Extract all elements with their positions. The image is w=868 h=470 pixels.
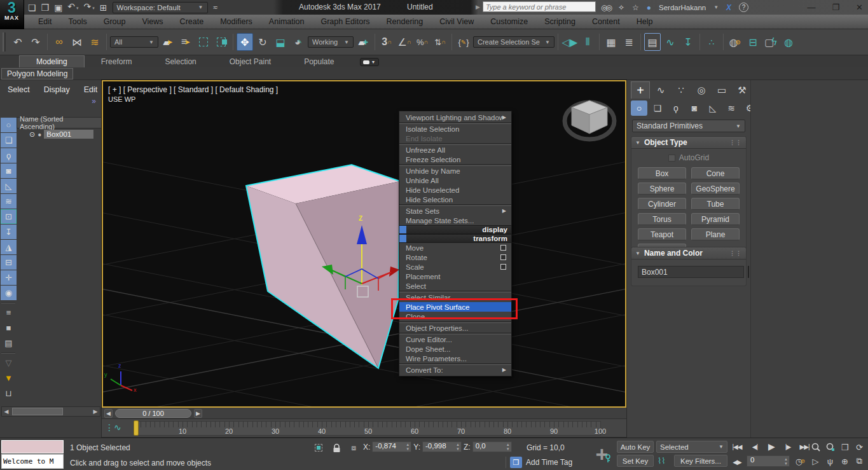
reference-coordinate-dropdown[interactable]: Working ▼ <box>308 36 354 48</box>
menu-animation[interactable]: Animation <box>269 17 305 26</box>
orbit-point-of-interest-icon[interactable]: ⟳ <box>853 441 866 453</box>
menu-item-object-properties[interactable]: Object Properties... <box>399 323 511 333</box>
user-avatar-icon[interactable]: ● <box>647 3 651 12</box>
named-selection-set-dropdown[interactable]: Create Selection Se ▼ <box>473 36 555 48</box>
explorer-menu-display[interactable]: Display <box>44 85 70 94</box>
viewport-label[interactable]: [ + ] [ Perspective ] [ Standard ] [ Def… <box>108 85 278 94</box>
display-cameras-icon[interactable]: ◙ <box>1 163 17 178</box>
cone-button[interactable]: Cone <box>691 167 740 179</box>
settings-box-icon[interactable] <box>500 245 506 251</box>
menu-item-viewport-lighting-and-shadows[interactable]: Viewport Lighting and Shadows▶ <box>399 113 511 122</box>
selection-filter-dropdown[interactable]: All ▼ <box>110 36 158 48</box>
ribbon-tab-freeform[interactable]: Freeform <box>85 56 149 67</box>
select-and-rotate-icon[interactable]: ↻ <box>254 33 271 51</box>
tab-create-icon[interactable]: + <box>631 81 650 99</box>
primitive-category-dropdown[interactable]: Standard Primitives ▼ <box>632 120 745 132</box>
maximize-viewport-toggle-icon[interactable]: ⧉ <box>853 455 866 467</box>
key-mode-dropdown[interactable]: Selected ▼ <box>656 441 727 453</box>
explorer-menu-edit[interactable]: Edit <box>84 85 98 94</box>
search-input[interactable] <box>483 1 596 12</box>
tab-display-icon[interactable]: ▭ <box>712 81 731 99</box>
add-time-tag[interactable]: ❒ Add Time Tag <box>506 457 572 468</box>
search-binoculars-icon[interactable]: ◎◎ <box>601 3 610 12</box>
object-type-rollout-header[interactable]: ▼ Object Type ⋮⋮ <box>631 137 746 149</box>
tab-utilities-icon[interactable]: ⚒ <box>733 81 752 99</box>
container-basket-icon[interactable]: ⊔ <box>1 386 17 401</box>
tube-button[interactable]: Tube <box>691 198 740 210</box>
display-hidden-icon[interactable]: ◉ <box>1 286 17 300</box>
explorer-expand-chevron[interactable]: » <box>92 97 96 106</box>
category-lights-icon[interactable]: ϙ <box>668 100 684 116</box>
menu-item-move[interactable]: Move <box>399 243 511 252</box>
menu-item-select[interactable]: Select <box>399 281 511 291</box>
name-and-color-rollout-header[interactable]: ▼ Name and Color ⋮⋮ <box>631 247 746 259</box>
explorer-column-header[interactable]: Name (Sorted Ascending) <box>17 117 102 128</box>
time-configuration-icon[interactable]: ◷⚙ <box>794 455 807 467</box>
quad-header-display[interactable]: display <box>399 225 511 234</box>
sphere-button[interactable]: Sphere <box>638 183 686 195</box>
selection-lock-icon[interactable] <box>331 442 342 453</box>
next-frame-icon[interactable]: ▶ <box>194 409 202 418</box>
undo-scene-icon[interactable]: ↶ <box>10 33 26 51</box>
scene-explorer-toggle-icon[interactable]: ▦ <box>603 33 619 51</box>
align-icon[interactable]: ⫴ <box>579 33 596 51</box>
absolute-offset-mode-icon[interactable]: ⧈ <box>348 442 359 453</box>
bind-to-space-warp-icon[interactable]: ≋ <box>86 33 103 51</box>
zoom-extents-icon[interactable]: ❒ <box>838 441 851 453</box>
category-shapes-icon[interactable]: ❏ <box>649 100 666 116</box>
mirror-icon[interactable]: ◁▶ <box>561 33 578 51</box>
pan-hand-icon[interactable]: ψ <box>823 455 837 467</box>
time-slider-handle[interactable]: 0 / 100 <box>115 409 191 418</box>
tab-hierarchy-icon[interactable]: ∵ <box>672 81 691 99</box>
menu-item-isolate-selection[interactable]: Isolate Selection <box>399 124 511 134</box>
menu-item-unhide-all[interactable]: Unhide All <box>399 176 511 185</box>
project-folder-icon[interactable]: ⊞ <box>100 3 107 12</box>
display-lights-icon[interactable]: ϙ <box>1 148 17 163</box>
menu-rendering[interactable]: Rendering <box>387 17 424 26</box>
orbit-camera-icon[interactable]: ⊕ <box>838 455 851 467</box>
spinner-icon[interactable]: ▲▼ <box>455 443 460 452</box>
display-particles-icon[interactable]: ✛ <box>1 270 17 285</box>
display-space-warps-icon[interactable]: ≋ <box>1 194 17 209</box>
field-of-view-icon[interactable]: ▷ <box>809 455 822 467</box>
explorer-menu-select[interactable]: Select <box>8 85 30 94</box>
select-object-icon[interactable]: ▰➤ <box>160 33 176 51</box>
set-keys-button[interactable]: + <box>593 439 615 468</box>
box-button[interactable]: Box <box>638 167 686 179</box>
spinner-snap-icon[interactable]: ⇅∩ <box>432 33 448 51</box>
redo-icon[interactable]: ↷ ▾ <box>84 2 95 13</box>
curve-editor-icon[interactable]: ∿ <box>662 33 679 51</box>
angle-snap-icon[interactable]: ∠∩ <box>396 33 413 51</box>
tab-motion-icon[interactable]: ◎ <box>692 81 711 99</box>
menu-item-unfreeze-all[interactable]: Unfreeze All <box>399 145 511 155</box>
current-frame-field[interactable]: 0 ▲▼ <box>747 455 790 467</box>
auto-key-button[interactable]: Auto Key <box>617 441 654 453</box>
menu-item-hide-unselected[interactable]: Hide Unselected <box>399 185 511 195</box>
polygon-modeling-panel[interactable]: Polygon Modeling <box>1 68 73 79</box>
menu-modifiers[interactable]: Modifiers <box>220 17 252 26</box>
ribbon-tab-object-paint[interactable]: Object Paint <box>213 56 287 67</box>
minimize-button[interactable]: — <box>807 3 815 12</box>
restore-button[interactable]: ❐ <box>832 3 839 12</box>
z-coordinate-field[interactable]: 0,0▲▼ <box>472 441 512 452</box>
geosphere-button[interactable]: GeoSphere <box>691 183 740 195</box>
list-view-icon[interactable]: ≡ <box>1 305 17 320</box>
toolbar-overflow-icon[interactable]: ≂ <box>213 3 218 12</box>
category-space-warps-icon[interactable]: ≋ <box>723 100 740 116</box>
menu-civil-view[interactable]: Civil View <box>439 17 474 26</box>
display-containers-icon[interactable]: ⊟ <box>1 255 17 270</box>
previous-frame-icon[interactable]: ◀ <box>104 409 113 418</box>
menu-create[interactable]: Create <box>180 17 204 26</box>
open-file-icon[interactable]: ❒ <box>41 3 50 12</box>
visibility-eye-icon[interactable]: ⊙ <box>29 130 35 139</box>
layer-explorer-toggle-icon[interactable]: ≣ <box>621 33 637 51</box>
close-button[interactable]: ✕ <box>856 3 863 12</box>
display-geometry-icon[interactable]: ○ <box>1 118 17 132</box>
menu-item-curve-editor[interactable]: Curve Editor... <box>399 335 511 344</box>
cylinder-button[interactable]: Cylinder <box>638 198 686 210</box>
autogrid-checkbox[interactable] <box>668 155 675 162</box>
menu-item-placement[interactable]: Placement <box>399 272 511 281</box>
communication-center-icon[interactable]: ✧ <box>618 3 624 12</box>
x-coordinate-field[interactable]: -0,874▲▼ <box>372 441 411 452</box>
username[interactable]: SerdarHakann <box>659 4 706 11</box>
